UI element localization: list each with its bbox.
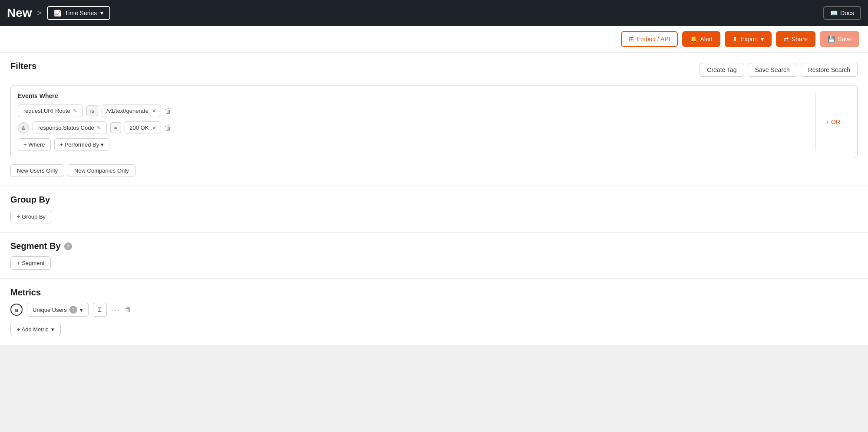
add-where-button[interactable]: + Where xyxy=(18,138,51,151)
edit-icon-1: ✎ xyxy=(73,108,77,114)
filter-value-1[interactable]: /v1/text/generate ✕ xyxy=(102,105,161,117)
metric-badge: a xyxy=(10,304,23,316)
filter-operator-2: = xyxy=(110,122,122,133)
filter-value-1-text: /v1/text/generate xyxy=(106,108,149,114)
filter-row-1: request.URI Route ✎ is /v1/text/generate… xyxy=(18,105,815,117)
save-label: Save xyxy=(838,36,851,43)
toolbar: ⊞ Embed / API 🔔 Alert ⬆ Export ▾ ⇄ Share… xyxy=(0,26,868,52)
filters-title: Filters xyxy=(10,61,36,71)
save-search-button[interactable]: Save Search xyxy=(748,63,797,77)
filter-row-1-delete[interactable]: 🗑 xyxy=(165,107,172,115)
add-performed-by-label: + Performed By xyxy=(60,141,99,148)
docs-label: Docs xyxy=(840,10,854,16)
create-tag-button[interactable]: Create Tag xyxy=(700,63,744,77)
edit-icon-2: ✎ xyxy=(97,125,101,131)
segment-by-section: Segment By ? + Segment xyxy=(0,232,868,279)
events-where-left: Events Where request.URI Route ✎ is /v1/… xyxy=(18,92,815,151)
add-metric-dropdown-icon: ▾ xyxy=(51,326,54,333)
docs-icon: 📖 xyxy=(830,10,838,16)
embed-api-button[interactable]: ⊞ Embed / API xyxy=(621,31,678,47)
top-nav: New > 📈 Time Series ▾ 📖 Docs xyxy=(0,0,868,26)
group-by-title-text: Group By xyxy=(10,195,50,205)
filter-value-1-close[interactable]: ✕ xyxy=(152,108,156,114)
metric-selector[interactable]: Unique Users ? ▾ xyxy=(27,303,89,317)
restore-search-button[interactable]: Restore Search xyxy=(801,63,858,77)
add-segment-button[interactable]: + Segment xyxy=(10,256,51,270)
metric-sigma-button[interactable]: Σ xyxy=(93,303,107,317)
export-dropdown-icon: ▾ xyxy=(761,36,764,43)
segment-by-title-text: Segment By xyxy=(10,241,61,251)
filter-row-2-delete[interactable]: 🗑 xyxy=(165,124,172,132)
metrics-title-text: Metrics xyxy=(10,288,41,298)
share-label: Share xyxy=(792,36,808,43)
filter-value-2-close[interactable]: ✕ xyxy=(152,125,156,131)
chart-type-icon: 📈 xyxy=(54,10,61,16)
docs-button[interactable]: 📖 Docs xyxy=(823,6,861,20)
add-filter-row: + Where + Performed By ▾ xyxy=(18,138,815,151)
group-by-title: Group By xyxy=(10,195,858,205)
alert-label: Alert xyxy=(700,36,713,43)
filter-value-2-text: 200 OK xyxy=(129,124,149,131)
metric-dropdown-icon: ▾ xyxy=(80,307,83,313)
nav-left: New > 📈 Time Series ▾ xyxy=(7,6,110,20)
filters-header: Filters Create Tag Save Search Restore S… xyxy=(10,61,858,78)
add-where-label: + Where xyxy=(23,141,45,148)
add-metric-label: + Add Metric xyxy=(17,326,49,333)
segment-by-title: Segment By ? xyxy=(10,241,858,251)
save-icon: 💾 xyxy=(828,36,835,43)
events-where-right: + OR xyxy=(815,92,850,151)
metric-help-icon[interactable]: ? xyxy=(69,306,77,314)
group-by-section: Group By + Group By xyxy=(0,186,868,232)
alert-button[interactable]: 🔔 Alert xyxy=(682,31,720,47)
export-button[interactable]: ⬆ Export ▾ xyxy=(725,31,771,47)
filter-field-2-text: response.Status Code xyxy=(38,124,94,131)
new-users-only-button[interactable]: New Users Only xyxy=(10,164,64,177)
export-icon: ⬆ xyxy=(733,36,738,43)
new-companies-only-button[interactable]: New Companies Only xyxy=(68,164,135,177)
main-content: Filters Create Tag Save Search Restore S… xyxy=(0,52,868,345)
filter-operator-1: is xyxy=(86,105,98,116)
alert-icon: 🔔 xyxy=(690,36,697,43)
segment-by-help-icon[interactable]: ? xyxy=(64,242,72,250)
add-performed-by-dropdown-icon: ▾ xyxy=(101,141,104,148)
page-title: New xyxy=(7,6,32,20)
metric-more-button[interactable]: ··· xyxy=(111,305,120,314)
metrics-title: Metrics xyxy=(10,288,858,298)
chart-type-dropdown-icon: ▾ xyxy=(100,10,103,16)
events-where-box: Events Where request.URI Route ✎ is /v1/… xyxy=(10,85,858,158)
or-button[interactable]: + OR xyxy=(826,118,840,125)
add-group-by-button[interactable]: + Group By xyxy=(10,210,52,223)
metrics-section: Metrics a Unique Users ? ▾ Σ ··· 🗑 + Add… xyxy=(0,279,868,345)
export-label: Export xyxy=(740,36,758,43)
share-icon: ⇄ xyxy=(784,36,789,43)
embed-api-label: Embed / API xyxy=(637,36,670,43)
add-performed-by-button[interactable]: + Performed By ▾ xyxy=(54,138,110,151)
filter-toggle-row: New Users Only New Companies Only xyxy=(10,164,858,177)
filter-row-2: & response.Status Code ✎ = 200 OK ✕ 🗑 xyxy=(18,121,815,134)
filter-value-2[interactable]: 200 OK ✕ xyxy=(125,121,161,134)
sigma-icon: Σ xyxy=(98,306,102,313)
filter-action-buttons: Create Tag Save Search Restore Search xyxy=(700,63,858,77)
chart-type-label: Time Series xyxy=(65,10,97,16)
breadcrumb-chevron: > xyxy=(37,9,42,18)
filter-field-2[interactable]: response.Status Code ✎ xyxy=(33,121,107,134)
metric-label: Unique Users xyxy=(33,307,67,313)
chart-type-selector[interactable]: 📈 Time Series ▾ xyxy=(47,6,110,20)
metric-row: a Unique Users ? ▾ Σ ··· 🗑 xyxy=(10,303,858,317)
and-badge: & xyxy=(18,122,29,134)
filters-section: Filters Create Tag Save Search Restore S… xyxy=(0,52,868,186)
add-metric-button[interactable]: + Add Metric ▾ xyxy=(10,323,61,336)
embed-api-icon: ⊞ xyxy=(629,36,634,43)
metric-delete-button[interactable]: 🗑 xyxy=(125,306,132,314)
events-where-label: Events Where xyxy=(18,92,815,99)
filter-field-1[interactable]: request.URI Route ✎ xyxy=(18,105,83,117)
save-button[interactable]: 💾 Save xyxy=(820,31,859,47)
filter-field-1-text: request.URI Route xyxy=(23,108,70,114)
share-button[interactable]: ⇄ Share xyxy=(776,31,815,47)
